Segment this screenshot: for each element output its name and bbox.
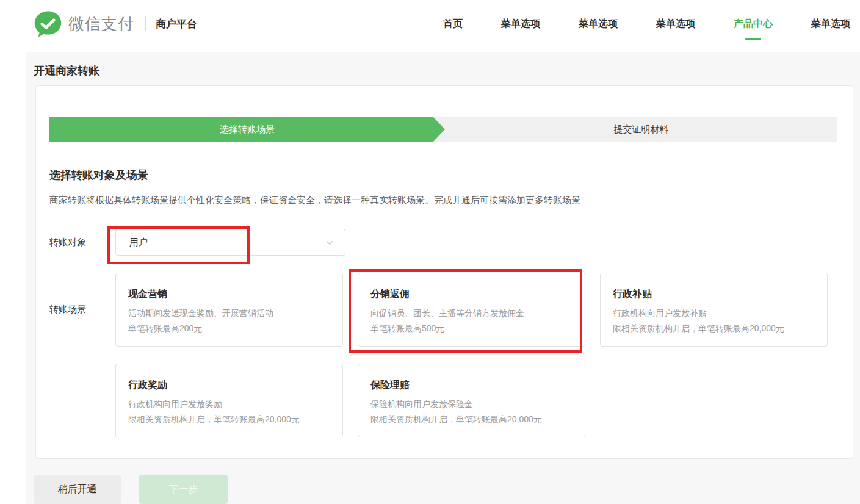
transfer-target-label: 转账对象 (49, 229, 115, 256)
scene-card-title: 行政奖励 (128, 379, 330, 391)
scene-desc-line2: 限相关资质机构开启，单笔转账最高20,000元 (128, 412, 330, 427)
footer-actions: 稍后开通 下一步 (34, 475, 860, 504)
transfer-target-select[interactable]: 用户 (115, 229, 345, 256)
scene-card-description: 行政机构向用户发放补贴 限相关资质机构开启，单笔转账最高20,000元 (613, 306, 815, 336)
step-2-label: 提交证明材料 (614, 124, 669, 135)
scene-card-description: 向促销员、团长、主播等分销方发放佣金 单笔转账最高500元 (370, 306, 573, 336)
scene-desc-line2: 单笔转账最高200元 (128, 321, 330, 336)
page-title: 开通商家转账 (34, 64, 860, 77)
scene-desc-line1: 活动期间发送现金奖励、开展营销活动 (128, 306, 330, 321)
nav-item-menu-3[interactable]: 菜单选项 (656, 18, 695, 31)
scene-desc-line1: 向促销员、团长、主播等分销方发放佣金 (370, 306, 573, 321)
scene-desc-line1: 行政机构向用户发放补贴 (613, 306, 815, 321)
scene-desc-line2: 单笔转账最高500元 (370, 321, 573, 336)
section-description: 商家转账将根据具体转账场景提供个性化安全策略，保证资金安全，请选择一种真实转账场… (49, 193, 837, 206)
scene-desc-line1: 行政机构向用户发放奖励 (128, 397, 330, 412)
brand-name: 微信支付 (68, 13, 134, 35)
step-select-scene: 选择转账场景 (49, 117, 445, 142)
platform-name: 商户平台 (156, 17, 197, 31)
scene-card-insurance-claim[interactable]: 保险理赔 保险机构向用户发放保险金 限相关资质机构开启，单笔转账最高20,000… (358, 364, 585, 437)
main-nav: 首页 菜单选项 菜单选项 菜单选项 产品中心 菜单选项 (443, 0, 850, 48)
transfer-target-value: 用户 (129, 237, 148, 248)
section-title: 选择转账对象及场景 (49, 168, 837, 182)
transfer-target-row: 转账对象 用户 (49, 229, 837, 256)
scene-card-title: 保险理赔 (370, 379, 573, 391)
nav-item-home[interactable]: 首页 (443, 18, 463, 31)
step-submit-materials: 提交证明材料 (433, 117, 837, 142)
wechat-pay-logo-icon (34, 10, 62, 38)
scene-card-title: 现金营销 (128, 288, 330, 300)
scene-cards-grid: 现金营销 活动期间发送现金奖励、开展营销活动 单笔转账最高200元 分销返佣 向… (115, 273, 828, 437)
transfer-scene-row: 转账场景 现金营销 活动期间发送现金奖励、开展营销活动 单笔转账最高200元 分… (49, 273, 837, 437)
brand: 微信支付 商户平台 (34, 0, 197, 48)
scene-card-description: 保险机构向用户发放保险金 限相关资质机构开启，单笔转账最高20,000元 (370, 397, 573, 427)
nav-item-product-center[interactable]: 产品中心 (734, 18, 773, 31)
main-card: 选择转账场景 提交证明材料 选择转账对象及场景 商家转账将根据具体转账场景提供个… (35, 85, 853, 459)
scene-card-cash-marketing[interactable]: 现金营销 活动期间发送现金奖励、开展营销活动 单笔转账最高200元 (115, 273, 343, 347)
content-panel: 开通商家转账 选择转账场景 提交证明材料 选择转账对象及场景 商家转账将根据具体… (26, 52, 860, 504)
scene-card-admin-reward[interactable]: 行政奖励 行政机构向用户发放奖励 限相关资质机构开启，单笔转账最高20,000元 (115, 364, 343, 437)
scene-card-admin-subsidy[interactable]: 行政补贴 行政机构向用户发放补贴 限相关资质机构开启，单笔转账最高20,000元 (600, 273, 828, 347)
step-1-label: 选择转账场景 (220, 124, 275, 135)
step-progress: 选择转账场景 提交证明材料 (49, 117, 837, 142)
transfer-scene-label: 转账场景 (49, 273, 115, 347)
top-header: 微信支付 商户平台 首页 菜单选项 菜单选项 菜单选项 产品中心 菜单选项 (0, 0, 860, 52)
next-button[interactable]: 下一步 (139, 475, 228, 504)
scene-desc-line1: 保险机构向用户发放保险金 (370, 397, 573, 412)
nav-item-menu-4[interactable]: 菜单选项 (811, 18, 850, 31)
nav-item-menu-2[interactable]: 菜单选项 (579, 18, 618, 31)
scene-card-description: 行政机构向用户发放奖励 限相关资质机构开启，单笔转账最高20,000元 (128, 397, 330, 427)
scene-card-title: 分销返佣 (370, 288, 573, 300)
scene-card-description: 活动期间发送现金奖励、开展营销活动 单笔转账最高200元 (128, 306, 330, 336)
later-button[interactable]: 稍后开通 (34, 475, 121, 504)
scene-desc-line2: 限相关资质机构开启，单笔转账最高20,000元 (613, 321, 815, 336)
scene-card-distribution-commission[interactable]: 分销返佣 向促销员、团长、主播等分销方发放佣金 单笔转账最高500元 (358, 273, 585, 347)
scene-card-title: 行政补贴 (613, 288, 815, 300)
chevron-down-icon (325, 239, 334, 247)
scene-desc-line2: 限相关资质机构开启，单笔转账最高20,000元 (370, 412, 573, 427)
nav-item-menu-1[interactable]: 菜单选项 (501, 18, 540, 31)
brand-divider (145, 16, 146, 31)
